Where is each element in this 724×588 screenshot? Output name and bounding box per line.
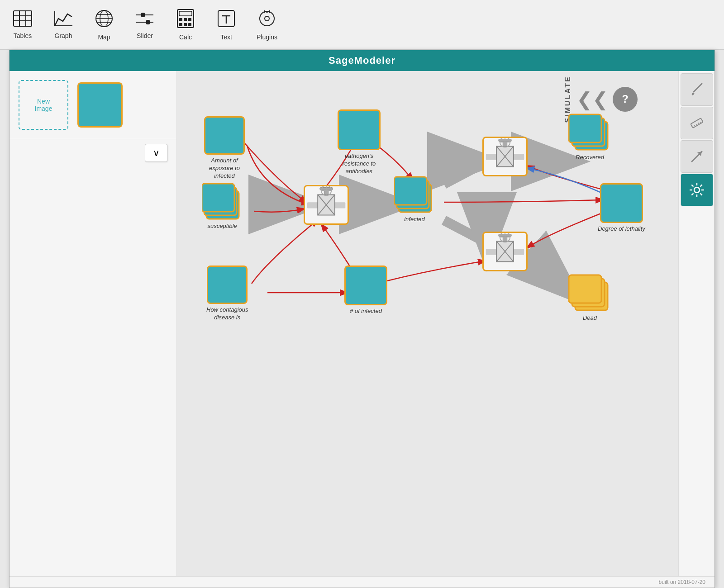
toolbar-tables[interactable]: Tables bbox=[9, 10, 36, 39]
svg-line-91 bbox=[700, 185, 702, 186]
content-area: NewImage ∨ SIMULATE ❮❮ ? bbox=[10, 71, 714, 576]
svg-rect-60 bbox=[569, 114, 601, 142]
status-bar: built on 2018-07-20 bbox=[10, 576, 714, 588]
node-recovered[interactable]: Recovered bbox=[568, 112, 611, 161]
toolbar-map[interactable]: Map bbox=[90, 9, 118, 41]
text-label: Text bbox=[220, 33, 232, 41]
new-image-button[interactable]: NewImage bbox=[19, 80, 68, 130]
svg-rect-22 bbox=[184, 23, 187, 26]
node-how-contagious-label: How contagiousdisease is bbox=[206, 306, 248, 322]
svg-line-89 bbox=[691, 185, 693, 186]
node-degree-lethality[interactable]: Degree of lethality bbox=[598, 183, 645, 233]
palette-toggle: ∨ bbox=[10, 139, 176, 166]
chevron-down-icon: ∨ bbox=[153, 147, 160, 158]
chevron-down-button[interactable]: ∨ bbox=[145, 144, 167, 162]
palette-nodes: NewImage bbox=[10, 71, 176, 139]
graph-icon bbox=[54, 10, 73, 29]
svg-point-27 bbox=[260, 11, 274, 26]
svg-rect-23 bbox=[188, 23, 191, 26]
slider-label: Slider bbox=[137, 32, 153, 39]
svg-rect-75 bbox=[569, 275, 601, 303]
model-canvas[interactable]: SIMULATE ❮❮ ? bbox=[177, 71, 678, 576]
node-susceptible-label: susceptible bbox=[207, 223, 237, 230]
node-infected-label: infected bbox=[404, 216, 425, 223]
node-valve2[interactable] bbox=[482, 137, 528, 176]
toolbar-plugins[interactable]: Plugins bbox=[253, 9, 281, 41]
slider-icon bbox=[135, 10, 154, 29]
svg-rect-19 bbox=[184, 18, 187, 21]
plugins-label: Plugins bbox=[257, 33, 277, 41]
node-valve3[interactable] bbox=[482, 232, 528, 271]
ruler-tool-button[interactable] bbox=[681, 107, 713, 139]
calc-icon bbox=[177, 9, 194, 31]
svg-rect-32 bbox=[208, 120, 242, 152]
top-toolbar: Tables Graph Map bbox=[0, 0, 724, 50]
svg-rect-61 bbox=[604, 186, 640, 219]
svg-rect-48 bbox=[394, 177, 427, 205]
node-how-contagious[interactable]: How contagiousdisease is bbox=[206, 266, 248, 322]
help-icon: ? bbox=[622, 93, 629, 105]
palette-panel: NewImage ∨ bbox=[10, 71, 177, 576]
simulate-chevron-icon[interactable]: ❮❮ bbox=[576, 88, 608, 110]
svg-line-76 bbox=[694, 84, 702, 92]
node-dead[interactable]: Dead bbox=[568, 272, 611, 322]
toolbar-graph[interactable]: Graph bbox=[50, 10, 77, 39]
text-icon bbox=[217, 9, 236, 31]
node-infected[interactable]: infected bbox=[394, 175, 435, 223]
plugins-icon bbox=[257, 9, 276, 31]
svg-rect-71 bbox=[210, 269, 244, 301]
node-valve1[interactable] bbox=[304, 185, 349, 225]
build-info: built on 2018-07-20 bbox=[659, 579, 705, 585]
svg-point-84 bbox=[694, 187, 700, 193]
svg-rect-72 bbox=[348, 269, 384, 302]
node-num-infected-label: # of infected bbox=[350, 308, 382, 315]
node-amount-exposure-label: Amount ofexposure toinfected bbox=[209, 157, 240, 180]
toolbar-calc[interactable]: Calc bbox=[172, 9, 199, 41]
map-label: Map bbox=[98, 33, 110, 41]
node-degree-lethality-label: Degree of lethality bbox=[598, 225, 645, 233]
svg-rect-33 bbox=[341, 113, 377, 147]
svg-line-78 bbox=[694, 125, 695, 126]
arrow-tool-button[interactable] bbox=[681, 140, 713, 173]
map-icon bbox=[95, 9, 114, 31]
toolbar-slider[interactable]: Slider bbox=[131, 10, 158, 39]
svg-rect-20 bbox=[188, 18, 191, 21]
right-toolbar bbox=[678, 71, 714, 576]
svg-rect-18 bbox=[179, 18, 182, 21]
calc-label: Calc bbox=[179, 33, 192, 41]
sage-modeler-app: SageModeler NewImage ∨ SIMULATE ❮❮ ? bbox=[9, 50, 715, 588]
node-dead-label: Dead bbox=[583, 314, 597, 322]
svg-rect-0 bbox=[14, 11, 32, 26]
node-amount-exposure[interactable]: Amount ofexposure toinfected bbox=[204, 116, 245, 180]
svg-rect-36 bbox=[202, 184, 234, 212]
gear-tool-button[interactable] bbox=[681, 174, 713, 206]
svg-line-92 bbox=[691, 194, 693, 195]
palette-teal-node[interactable] bbox=[77, 82, 123, 128]
svg-point-31 bbox=[265, 16, 269, 21]
brush-tool-button[interactable] bbox=[681, 73, 713, 106]
tables-label: Tables bbox=[14, 32, 32, 39]
svg-rect-14 bbox=[141, 13, 145, 17]
tables-icon bbox=[13, 10, 32, 29]
svg-rect-15 bbox=[146, 20, 150, 24]
svg-line-90 bbox=[700, 194, 702, 195]
node-susceptible[interactable]: susceptible bbox=[202, 182, 243, 230]
node-recovered-label: Recovered bbox=[576, 154, 604, 161]
graph-label: Graph bbox=[55, 32, 72, 39]
node-pathogen-resistance[interactable]: pathogen'sresistance toantibodies bbox=[338, 109, 381, 175]
help-button[interactable]: ? bbox=[613, 87, 638, 112]
app-title: SageModeler bbox=[329, 55, 395, 66]
svg-line-80 bbox=[698, 123, 699, 124]
svg-rect-17 bbox=[179, 11, 192, 16]
title-bar: SageModeler bbox=[10, 50, 714, 71]
node-num-infected[interactable]: # of infected bbox=[344, 266, 387, 315]
toolbar-text[interactable]: Text bbox=[213, 9, 240, 41]
node-pathogen-resistance-label: pathogen'sresistance toantibodies bbox=[343, 152, 376, 175]
svg-rect-21 bbox=[179, 23, 182, 26]
